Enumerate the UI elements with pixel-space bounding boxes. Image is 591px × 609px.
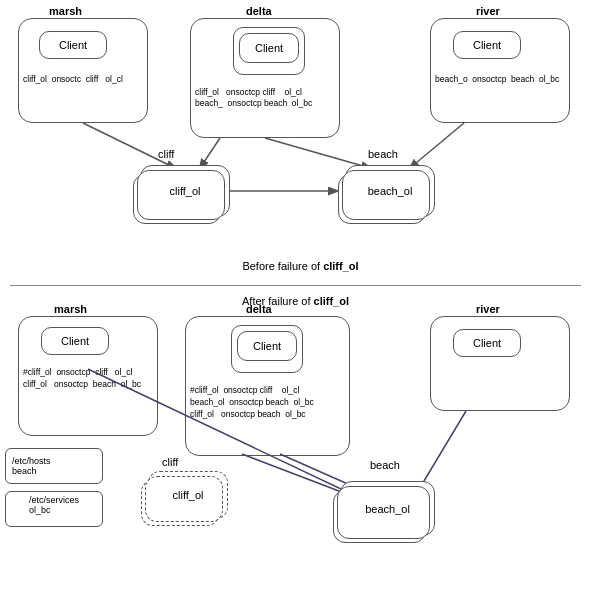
delta-routing-top: cliff_ol onsoctcp cliff ol_cl beach_ ons… bbox=[195, 87, 312, 109]
cliff-arrow-label-top: cliff bbox=[158, 148, 174, 160]
delta-label-bottom: delta bbox=[246, 303, 272, 315]
marsh-group-bottom: marsh Client #cliff_ol onsoctcp cliff ol… bbox=[18, 316, 158, 436]
svg-line-3 bbox=[410, 123, 464, 168]
hosts-box: /etc/hosts beach bbox=[5, 448, 103, 484]
diagram-container: marsh Client cliff_ol onsoctc cliff ol_c… bbox=[0, 0, 591, 581]
delta-routing-bottom: #cliff_ol onsoctcp cliff ol_cl beach_ol … bbox=[190, 385, 314, 421]
river-routing-top: beach_o onsoctcp beach ol_bc bbox=[435, 74, 559, 85]
delta-client-inner-bottom: Client bbox=[237, 331, 297, 361]
delta-client-inner-top: Client bbox=[239, 33, 299, 63]
marsh-client-top: Client bbox=[39, 31, 107, 59]
marsh-group-top: marsh Client cliff_ol onsoctc cliff ol_c… bbox=[18, 18, 148, 123]
marsh-label-top: marsh bbox=[49, 5, 82, 17]
river-client-top: Client bbox=[453, 31, 521, 59]
delta-group-top: delta Client cliff_ol onsoctcp cliff ol_… bbox=[190, 18, 340, 138]
marsh-routing-top: cliff_ol onsoctc cliff ol_cl bbox=[23, 74, 123, 85]
beach-ol-node-bottom: beach_ol bbox=[340, 481, 435, 536]
marsh-client-bottom: Client bbox=[41, 327, 109, 355]
beach-arrow-label-top: beach bbox=[368, 148, 398, 160]
svg-line-6 bbox=[242, 454, 352, 496]
top-section: marsh Client cliff_ol onsoctc cliff ol_c… bbox=[0, 0, 591, 285]
marsh-routing-bottom: #cliff_ol onsoctcp cliff ol_cl cliff_ol … bbox=[23, 367, 141, 391]
delta-label-top: delta bbox=[246, 5, 272, 17]
bottom-section: After failure of cliff_ol marsh Client #… bbox=[0, 286, 591, 581]
delta-group-bottom: delta Client #cliff_ol onsoctcp cliff ol… bbox=[185, 316, 350, 456]
beach-label-bottom: beach bbox=[370, 459, 400, 471]
river-client-bottom: Client bbox=[453, 329, 521, 357]
river-group-bottom: river Client bbox=[430, 316, 570, 411]
beach-ol-node-top: beach_ol bbox=[345, 165, 435, 217]
river-group-top: river Client beach_o onsoctcp beach ol_b… bbox=[430, 18, 570, 123]
svg-line-0 bbox=[83, 123, 175, 168]
services-box: /etc/services ol_bc bbox=[5, 491, 103, 527]
river-label-top: river bbox=[476, 5, 500, 17]
cliff-node-bottom: cliff_ol bbox=[148, 471, 228, 519]
marsh-label-bottom: marsh bbox=[54, 303, 87, 315]
svg-line-2 bbox=[265, 138, 370, 168]
river-label-bottom: river bbox=[476, 303, 500, 315]
cliff-ol-node-top: cliff_ol bbox=[140, 165, 230, 217]
before-label: Before failure of cliff_ol bbox=[5, 260, 591, 272]
cliff-label-bottom: cliff bbox=[162, 456, 178, 468]
svg-line-1 bbox=[200, 138, 220, 168]
